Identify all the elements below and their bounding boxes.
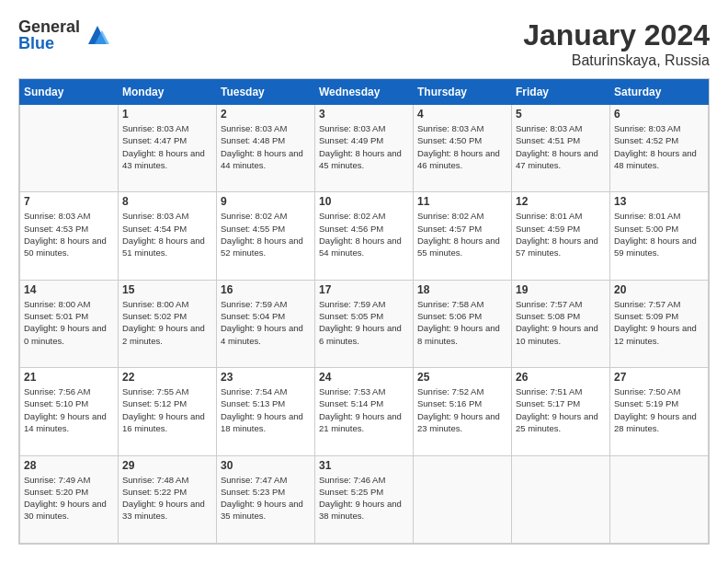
day-cell xyxy=(20,105,119,192)
day-cell xyxy=(610,455,709,543)
day-cell: 11 Sunrise: 8:02 AMSunset: 4:57 PMDaylig… xyxy=(414,192,512,280)
day-info: Sunrise: 8:03 AMSunset: 4:49 PMDaylight:… xyxy=(319,122,409,171)
day-cell: 29 Sunrise: 7:48 AMSunset: 5:22 PMDaylig… xyxy=(119,455,217,543)
day-number: 14 xyxy=(24,283,114,296)
day-info: Sunrise: 7:46 AMSunset: 5:25 PMDaylight:… xyxy=(319,474,409,523)
day-info: Sunrise: 8:03 AMSunset: 4:51 PMDaylight:… xyxy=(516,122,606,171)
day-number: 7 xyxy=(24,195,114,208)
day-info: Sunrise: 7:58 AMSunset: 5:06 PMDaylight:… xyxy=(417,298,507,347)
week-row-5: 28 Sunrise: 7:49 AMSunset: 5:20 PMDaylig… xyxy=(20,455,709,543)
day-info: Sunrise: 7:55 AMSunset: 5:12 PMDaylight:… xyxy=(122,385,212,434)
calendar-table: SundayMondayTuesdayWednesdayThursdayFrid… xyxy=(19,79,709,544)
header: General Blue January 2024 Baturinskaya, … xyxy=(18,18,710,69)
day-number: 8 xyxy=(122,195,212,208)
day-cell: 10 Sunrise: 8:02 AMSunset: 4:56 PMDaylig… xyxy=(315,192,414,280)
day-cell: 20 Sunrise: 7:57 AMSunset: 5:09 PMDaylig… xyxy=(610,280,709,367)
page: General Blue January 2024 Baturinskaya, … xyxy=(0,0,728,563)
day-number: 28 xyxy=(24,459,114,472)
day-info: Sunrise: 8:03 AMSunset: 4:50 PMDaylight:… xyxy=(417,122,507,171)
day-cell: 6 Sunrise: 8:03 AMSunset: 4:52 PMDayligh… xyxy=(610,105,709,192)
day-number: 5 xyxy=(516,108,606,121)
day-cell xyxy=(414,455,512,543)
day-header-saturday: Saturday xyxy=(610,80,709,105)
day-info: Sunrise: 7:48 AMSunset: 5:22 PMDaylight:… xyxy=(122,474,212,523)
logo: General Blue xyxy=(18,18,111,52)
week-row-2: 7 Sunrise: 8:03 AMSunset: 4:53 PMDayligh… xyxy=(20,192,709,280)
day-number: 9 xyxy=(221,195,311,208)
week-row-3: 14 Sunrise: 8:00 AMSunset: 5:01 PMDaylig… xyxy=(20,280,709,367)
day-number: 31 xyxy=(319,459,409,472)
day-number: 21 xyxy=(24,371,114,384)
day-number: 2 xyxy=(221,108,311,121)
day-cell: 19 Sunrise: 7:57 AMSunset: 5:08 PMDaylig… xyxy=(512,280,610,367)
day-cell: 8 Sunrise: 8:03 AMSunset: 4:54 PMDayligh… xyxy=(119,192,217,280)
day-number: 16 xyxy=(221,283,311,296)
logo-text: General Blue xyxy=(18,18,80,52)
day-cell: 18 Sunrise: 7:58 AMSunset: 5:06 PMDaylig… xyxy=(414,280,512,367)
day-number: 29 xyxy=(122,459,212,472)
day-number: 12 xyxy=(516,195,606,208)
day-info: Sunrise: 8:03 AMSunset: 4:48 PMDaylight:… xyxy=(221,122,311,171)
day-info: Sunrise: 8:00 AMSunset: 5:02 PMDaylight:… xyxy=(122,298,212,347)
day-info: Sunrise: 8:02 AMSunset: 4:55 PMDaylight:… xyxy=(221,210,311,259)
day-cell: 21 Sunrise: 7:56 AMSunset: 5:10 PMDaylig… xyxy=(20,368,119,455)
day-cell: 30 Sunrise: 7:47 AMSunset: 5:23 PMDaylig… xyxy=(217,455,315,543)
day-info: Sunrise: 7:59 AMSunset: 5:04 PMDaylight:… xyxy=(221,298,311,347)
day-header-sunday: Sunday xyxy=(20,80,119,105)
day-number: 26 xyxy=(516,371,606,384)
day-cell: 9 Sunrise: 8:02 AMSunset: 4:55 PMDayligh… xyxy=(217,192,315,280)
day-cell: 23 Sunrise: 7:54 AMSunset: 5:13 PMDaylig… xyxy=(217,368,315,455)
day-cell: 7 Sunrise: 8:03 AMSunset: 4:53 PMDayligh… xyxy=(20,192,119,280)
day-cell: 14 Sunrise: 8:00 AMSunset: 5:01 PMDaylig… xyxy=(20,280,119,367)
day-number: 19 xyxy=(516,283,606,296)
day-number: 6 xyxy=(614,108,704,121)
day-number: 24 xyxy=(319,371,409,384)
day-cell: 31 Sunrise: 7:46 AMSunset: 5:25 PMDaylig… xyxy=(315,455,414,543)
day-info: Sunrise: 8:03 AMSunset: 4:53 PMDaylight:… xyxy=(24,210,114,259)
month-title: January 2024 xyxy=(523,18,710,52)
day-info: Sunrise: 7:56 AMSunset: 5:10 PMDaylight:… xyxy=(24,385,114,434)
day-number: 15 xyxy=(122,283,212,296)
day-cell: 12 Sunrise: 8:01 AMSunset: 4:59 PMDaylig… xyxy=(512,192,610,280)
day-number: 17 xyxy=(319,283,409,296)
day-number: 23 xyxy=(221,371,311,384)
day-info: Sunrise: 7:49 AMSunset: 5:20 PMDaylight:… xyxy=(24,474,114,523)
day-header-wednesday: Wednesday xyxy=(315,80,414,105)
day-cell: 13 Sunrise: 8:01 AMSunset: 5:00 PMDaylig… xyxy=(610,192,709,280)
logo-blue: Blue xyxy=(18,35,80,52)
day-cell: 28 Sunrise: 7:49 AMSunset: 5:20 PMDaylig… xyxy=(20,455,119,543)
day-info: Sunrise: 8:01 AMSunset: 4:59 PMDaylight:… xyxy=(516,210,606,259)
calendar: SundayMondayTuesdayWednesdayThursdayFrid… xyxy=(18,78,710,545)
day-header-tuesday: Tuesday xyxy=(217,80,315,105)
week-row-1: 1 Sunrise: 8:03 AMSunset: 4:47 PMDayligh… xyxy=(20,105,709,192)
day-info: Sunrise: 8:03 AMSunset: 4:52 PMDaylight:… xyxy=(614,122,704,171)
day-cell: 4 Sunrise: 8:03 AMSunset: 4:50 PMDayligh… xyxy=(414,105,512,192)
day-header-friday: Friday xyxy=(512,80,610,105)
day-info: Sunrise: 8:00 AMSunset: 5:01 PMDaylight:… xyxy=(24,298,114,347)
day-info: Sunrise: 8:01 AMSunset: 5:00 PMDaylight:… xyxy=(614,210,704,259)
day-cell: 27 Sunrise: 7:50 AMSunset: 5:19 PMDaylig… xyxy=(610,368,709,455)
day-number: 25 xyxy=(417,371,507,384)
day-info: Sunrise: 7:47 AMSunset: 5:23 PMDaylight:… xyxy=(221,474,311,523)
day-number: 30 xyxy=(221,459,311,472)
day-cell: 17 Sunrise: 7:59 AMSunset: 5:05 PMDaylig… xyxy=(315,280,414,367)
day-cell: 26 Sunrise: 7:51 AMSunset: 5:17 PMDaylig… xyxy=(512,368,610,455)
day-info: Sunrise: 8:03 AMSunset: 4:47 PMDaylight:… xyxy=(122,122,212,171)
day-cell: 5 Sunrise: 8:03 AMSunset: 4:51 PMDayligh… xyxy=(512,105,610,192)
day-cell: 1 Sunrise: 8:03 AMSunset: 4:47 PMDayligh… xyxy=(119,105,217,192)
day-cell: 15 Sunrise: 8:00 AMSunset: 5:02 PMDaylig… xyxy=(119,280,217,367)
header-row: SundayMondayTuesdayWednesdayThursdayFrid… xyxy=(20,80,709,105)
location: Baturinskaya, Russia xyxy=(523,52,710,69)
day-info: Sunrise: 7:54 AMSunset: 5:13 PMDaylight:… xyxy=(221,385,311,434)
day-cell: 25 Sunrise: 7:52 AMSunset: 5:16 PMDaylig… xyxy=(414,368,512,455)
day-number: 13 xyxy=(614,195,704,208)
day-number: 20 xyxy=(614,283,704,296)
day-info: Sunrise: 8:03 AMSunset: 4:54 PMDaylight:… xyxy=(122,210,212,259)
day-cell: 3 Sunrise: 8:03 AMSunset: 4:49 PMDayligh… xyxy=(315,105,414,192)
day-header-monday: Monday xyxy=(119,80,217,105)
day-number: 22 xyxy=(122,371,212,384)
day-info: Sunrise: 7:53 AMSunset: 5:14 PMDaylight:… xyxy=(319,385,409,434)
day-cell: 2 Sunrise: 8:03 AMSunset: 4:48 PMDayligh… xyxy=(217,105,315,192)
day-cell: 24 Sunrise: 7:53 AMSunset: 5:14 PMDaylig… xyxy=(315,368,414,455)
day-info: Sunrise: 7:57 AMSunset: 5:08 PMDaylight:… xyxy=(516,298,606,347)
